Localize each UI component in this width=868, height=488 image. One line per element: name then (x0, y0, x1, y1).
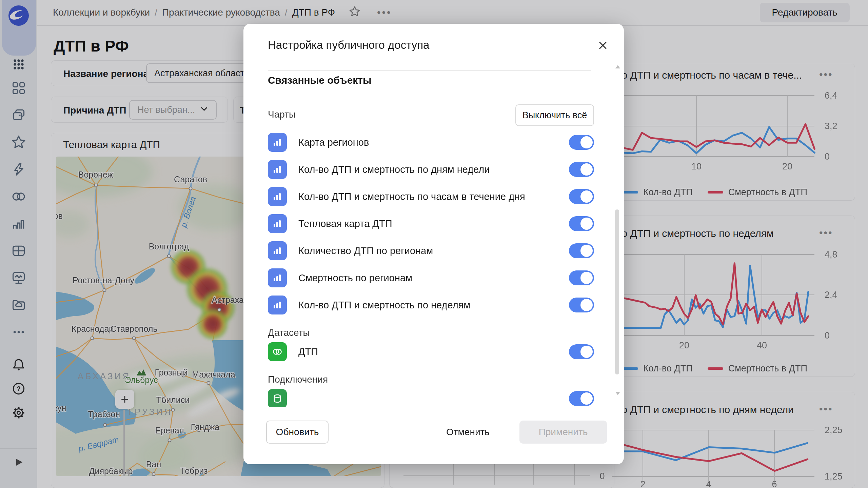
toggle-switch-on[interactable] (569, 243, 594, 258)
update-button[interactable]: Обновить (266, 421, 329, 444)
related-object-row: Кол-во ДТП и смертность по неделям (268, 291, 594, 319)
related-object-row: Кол-во ДТП и смертность по дням недели (268, 156, 594, 183)
chart-icon (268, 241, 287, 260)
related-object-label: Кол-во ДТП и смертность по часам в течен… (298, 191, 525, 202)
related-object-label: Кол-во ДТП и смертность по неделям (298, 300, 470, 311)
chart-icon (268, 268, 287, 287)
related-object-label: Кол-во ДТП и смертность по дням недели (298, 164, 490, 175)
related-objects-heading: Связанные объекты (268, 75, 372, 86)
dataset-icon (268, 342, 287, 361)
charts-group-label: Чарты (268, 109, 296, 120)
toggle-switch-on[interactable] (569, 216, 594, 231)
related-object-label: Тепловая карта ДТП (298, 218, 392, 229)
app-window: Коллекции и воркбуки / Практические руко… (0, 0, 868, 488)
toggle-switch-on[interactable] (569, 270, 594, 285)
chart-icon (268, 160, 287, 179)
toggle-switch-on[interactable] (569, 298, 594, 312)
toggle-switch-on[interactable] (569, 135, 594, 150)
related-object-row: Кол-во ДТП и смертность по часам в течен… (268, 183, 594, 210)
modal-divider (268, 70, 591, 71)
scroll-up-icon[interactable] (615, 65, 620, 68)
related-object-row: ДТП (268, 338, 594, 365)
chart-icon (268, 296, 287, 314)
related-object-row: Карта регионов (268, 129, 594, 156)
modal-scrollbar[interactable] (615, 209, 619, 374)
chart-icon (268, 133, 287, 152)
disable-all-button[interactable]: Выключить всё (515, 104, 594, 126)
related-object-row (268, 385, 594, 407)
toggle-switch-on[interactable] (569, 391, 594, 406)
datasets-group-label: Датасеты (268, 322, 594, 338)
close-icon[interactable] (595, 37, 611, 54)
scroll-down-icon[interactable] (615, 392, 620, 395)
related-object-row: Смертность по регионам (268, 264, 594, 291)
cancel-button[interactable]: Отменить (437, 421, 499, 444)
apply-button[interactable]: Применить (519, 421, 607, 444)
related-object-row: Количество ДТП по регионам (268, 237, 594, 264)
related-object-label: ДТП (298, 346, 318, 358)
conn-icon (268, 389, 287, 407)
modal-title: Настройка публичного доступа (268, 39, 429, 52)
related-object-row: Тепловая карта ДТП (268, 210, 594, 237)
related-object-label: Карта регионов (298, 137, 369, 148)
related-object-label: Смертность по регионам (298, 272, 412, 284)
chart-icon (268, 214, 287, 233)
toggle-switch-on[interactable] (569, 162, 594, 177)
connections-group-label: Подключения (268, 369, 594, 385)
public-access-modal: Настройка публичного доступа Связанные о… (243, 24, 624, 464)
related-object-label: Количество ДТП по регионам (298, 245, 433, 257)
chart-icon (268, 187, 287, 206)
toggle-switch-on[interactable] (569, 189, 594, 204)
toggle-switch-on[interactable] (569, 344, 594, 359)
related-objects-list: Карта регионовКол-во ДТП и смертность по… (268, 129, 594, 407)
